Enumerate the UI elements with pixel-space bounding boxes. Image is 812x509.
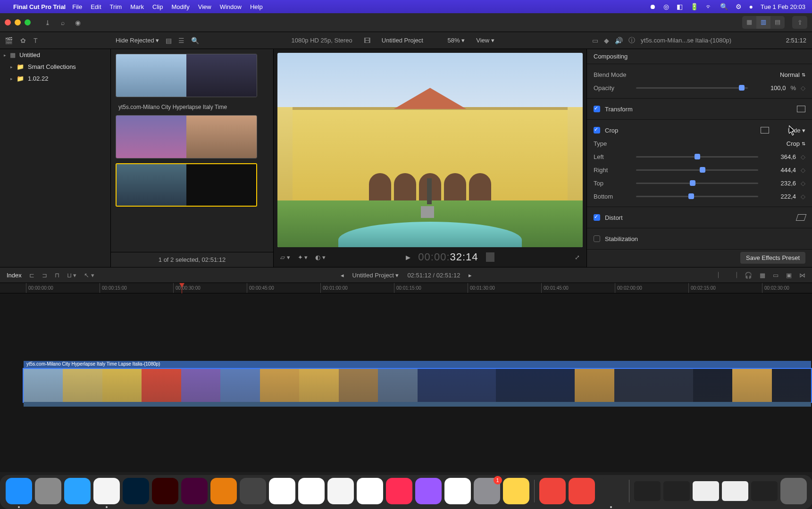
dock-messenger[interactable] [269, 478, 295, 504]
menu-trim[interactable]: Trim [110, 3, 122, 10]
keyframe-icon[interactable]: ◇ [801, 167, 805, 174]
search-icon[interactable]: 🔍 [191, 37, 199, 44]
control-center-icon[interactable]: ⚙ [736, 3, 742, 10]
titles-source-icon[interactable]: T [33, 37, 38, 44]
dock-anydesk2[interactable] [569, 478, 595, 504]
crop-onscreen-icon[interactable] [761, 127, 769, 134]
timeline[interactable]: yt5s.com-Milano City Hyperlapse Italy Ti… [0, 293, 812, 472]
timeline-ruler[interactable]: 00:00:00:0000:00:15:0000:00:30:0000:00:4… [0, 283, 812, 293]
record-icon[interactable]: ⏺ [649, 3, 656, 10]
dock-mail[interactable] [298, 478, 325, 504]
dock-photoshop[interactable] [123, 478, 149, 504]
menu-file[interactable]: File [72, 3, 82, 10]
connect-clip-icon[interactable]: ⊏ [29, 272, 34, 279]
append-clip-icon[interactable]: ⊓ [55, 272, 59, 279]
workspace-segmented[interactable]: ▦ ▥ ▤ [742, 16, 785, 29]
battery-icon[interactable]: 🔋 [690, 3, 698, 10]
dock-notes[interactable] [503, 478, 529, 504]
dock-finder[interactable] [6, 478, 32, 504]
transform-tool-icon[interactable]: ▱ ▾ [280, 254, 290, 261]
menu-mark[interactable]: Mark [130, 3, 144, 10]
crop-bottom-value[interactable]: 222,4 [763, 193, 796, 200]
clip-appearance-icon[interactable]: ▤ [166, 37, 172, 44]
bg-task-icon[interactable]: ◉ [75, 19, 81, 26]
menu-window[interactable]: Window [220, 3, 242, 10]
fullscreen-window-button[interactable] [25, 19, 31, 25]
menu-clip[interactable]: Clip [152, 3, 163, 10]
row-stabilization[interactable]: Stabilization [594, 232, 805, 245]
menu-modify[interactable]: Modify [171, 3, 189, 10]
keyword-icon[interactable]: ⌕ [61, 19, 65, 26]
dock-krita[interactable] [240, 478, 266, 504]
distort-onscreen-icon[interactable] [796, 214, 807, 221]
crop-top-slider[interactable] [636, 183, 758, 184]
solo-icon[interactable]: 🎧 [745, 272, 752, 279]
clip-thumbnail-selected[interactable] [116, 163, 257, 207]
menu-help[interactable]: Help [250, 3, 263, 10]
inspector-color-icon[interactable]: ◆ [604, 37, 609, 44]
skimming-icon[interactable]: ⎸ [718, 271, 724, 279]
inspector-video-icon[interactable]: ▭ [592, 37, 598, 44]
menu-edit[interactable]: Edit [91, 3, 101, 10]
disclosure-icon[interactable]: ▸ [10, 65, 13, 69]
crop-hide-button[interactable]: Hide ▾ [788, 127, 805, 134]
util-icon[interactable]: ◧ [677, 3, 683, 10]
wifi-icon[interactable]: ᯤ [706, 3, 712, 10]
app-name[interactable]: Final Cut Pro Trial [13, 3, 66, 10]
timeline-project-dropdown[interactable]: Untitled Project ▾ [352, 272, 399, 279]
transform-checkbox[interactable] [594, 106, 600, 112]
timeline-clip-audio[interactable] [24, 402, 811, 407]
row-crop[interactable]: Crop Hide ▾ [594, 124, 805, 137]
tl-trans-icon[interactable]: ⋈ [799, 272, 805, 279]
crop-top-value[interactable]: 232,6 [763, 180, 796, 187]
dock-maps[interactable] [327, 478, 354, 504]
dock-photos[interactable] [357, 478, 383, 504]
workspace-grid-icon[interactable]: ▦ [742, 16, 756, 29]
cc-icon[interactable]: ◎ [663, 3, 669, 10]
overwrite-clip-icon[interactable]: ⊔ ▾ [67, 272, 77, 279]
crop-type-dropdown[interactable]: Crop ⇅ [787, 140, 805, 147]
workspace-dual-icon[interactable]: ▥ [756, 16, 770, 29]
minimize-window-button[interactable] [15, 19, 21, 25]
crop-right-slider[interactable] [636, 169, 758, 171]
dock-minimized-win2[interactable] [663, 481, 690, 501]
dock-trash[interactable] [780, 478, 807, 504]
distort-checkbox[interactable] [594, 214, 600, 221]
tl-effects-icon[interactable]: ▣ [786, 272, 792, 279]
dock-music[interactable] [386, 478, 412, 504]
spotlight-icon[interactable]: 🔍 [720, 3, 728, 10]
transform-onscreen-icon[interactable] [797, 106, 805, 112]
blend-mode-dropdown[interactable]: Normal ⇅ [780, 71, 805, 78]
keyframe-icon[interactable]: ◇ [801, 180, 805, 187]
viewer-view[interactable]: View ▾ [476, 37, 494, 44]
close-window-button[interactable] [5, 19, 11, 25]
dock-launchpad[interactable] [35, 478, 61, 504]
tl-view-icon[interactable]: ▭ [773, 272, 779, 279]
disclosure-icon[interactable]: ▸ [4, 53, 6, 58]
keyframe-icon[interactable]: ◇ [801, 153, 805, 160]
crop-left-value[interactable]: 364,6 [763, 153, 796, 160]
dock-minimized-win5[interactable] [751, 481, 778, 501]
workspace-inspector-icon[interactable]: ▤ [770, 16, 785, 29]
dock-minimized-win1[interactable] [634, 481, 661, 501]
inspector-audio-icon[interactable]: 🔊 [615, 37, 623, 44]
opacity-value[interactable]: 100,0 [753, 84, 786, 92]
sidebar-library[interactable]: ▸ ▦ Untitled [0, 49, 110, 61]
import-icon[interactable]: ⤓ [45, 19, 50, 26]
arrow-tool-icon[interactable]: ↖ ▾ [84, 272, 94, 279]
play-button[interactable]: ▶ [406, 254, 410, 261]
clip-thumbnail[interactable] [116, 115, 257, 159]
timeline-next-icon[interactable]: ▸ [469, 272, 472, 279]
retime-tool-icon[interactable]: ◐ ▾ [315, 254, 326, 261]
menu-view[interactable]: View [198, 3, 211, 10]
clip-thumbnail[interactable] [116, 54, 257, 97]
audio-skimming-icon[interactable]: ⎹ [731, 271, 737, 279]
row-distort[interactable]: Distort [594, 211, 805, 224]
filter-dropdown[interactable]: Hide Rejected ▾ [116, 37, 159, 44]
timeline-clip[interactable]: yt5s.com-Milano City Hyperlapse Italy Ti… [23, 368, 812, 403]
dock-minimized-win3[interactable] [693, 481, 719, 501]
insert-clip-icon[interactable]: ⊐ [42, 272, 47, 279]
index-button[interactable]: Index [7, 272, 22, 279]
library-icon[interactable]: 🎬 [5, 37, 13, 44]
stabilization-checkbox[interactable] [594, 235, 600, 242]
